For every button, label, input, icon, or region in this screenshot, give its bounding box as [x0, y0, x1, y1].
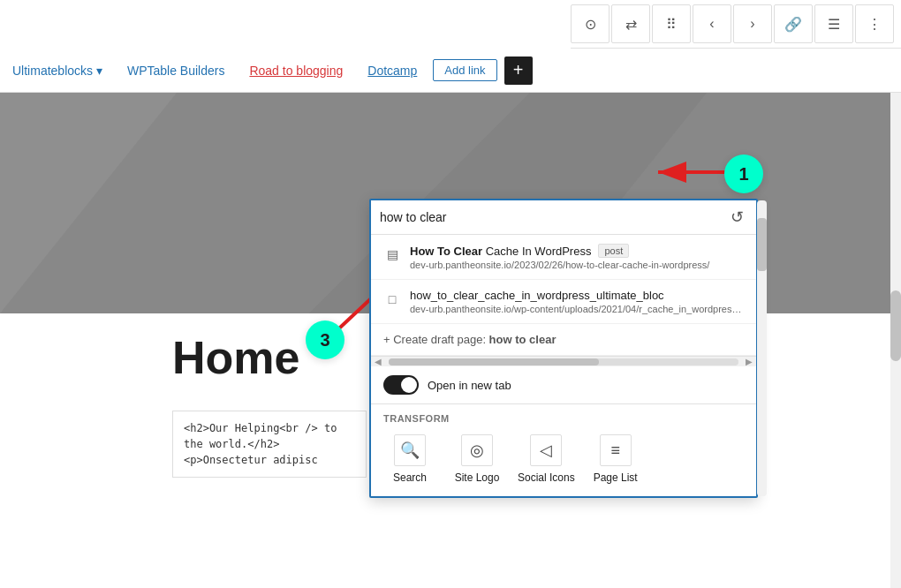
result-content: how_to_clear_cache_in_wordpress_ultimate…	[410, 289, 744, 314]
popup-scrollbar-thumb[interactable]	[757, 218, 767, 271]
site-logo-icon: ◎	[461, 434, 493, 466]
result-url: dev-urb.pantheonsite.io/2023/02/26/how-t…	[410, 260, 744, 270]
transform-title: TRANSFORM	[383, 413, 744, 424]
create-draft-item[interactable]: + Create draft page: how to clear	[371, 324, 756, 356]
doc-icon: ▤	[383, 245, 401, 263]
transform-pagelist-label: Page List	[594, 471, 638, 484]
h-scroll-track	[389, 358, 738, 366]
nav-wptable[interactable]: WPTable Builders	[115, 49, 238, 92]
open-new-tab-row: Open in new tab	[371, 366, 756, 404]
transform-section: TRANSFORM 🔍 Search ◎ Site Logo ◁ Social …	[371, 404, 756, 496]
transform-logo-label: Site Logo	[455, 471, 500, 484]
search-result-item[interactable]: ▤ How To Clear Cache In WordPress post d…	[371, 235, 756, 280]
nav-blogging[interactable]: Road to blogging	[237, 49, 355, 92]
compass-btn[interactable]: ⊙	[571, 4, 610, 43]
more-btn[interactable]: ⋮	[855, 4, 894, 43]
transform-social-label: Social Icons	[518, 471, 575, 484]
nav-ultimateblocks[interactable]: Ultimateblocks ▾	[0, 49, 115, 92]
drag-btn[interactable]: ⠿	[652, 4, 691, 43]
transform-items: 🔍 Search ◎ Site Logo ◁ Social Icons ≡ Pa…	[383, 434, 744, 484]
result-badge: post	[598, 244, 629, 258]
transform-social[interactable]: ◁ Social Icons	[518, 434, 575, 484]
next-btn[interactable]: ›	[733, 4, 772, 43]
result-content: How To Clear Cache In WordPress post dev…	[410, 244, 744, 270]
transform-logo[interactable]: ◎ Site Logo	[450, 434, 504, 484]
prev-btn[interactable]: ‹	[693, 4, 731, 43]
h-scroll-right[interactable]: ▶	[742, 357, 756, 366]
toggle-knob	[401, 377, 417, 393]
link-reset-button[interactable]: ↺	[727, 207, 747, 227]
nav-dotcamp[interactable]: Dotcamp	[355, 49, 429, 92]
scrollbar-thumb[interactable]	[890, 290, 901, 361]
page-list-icon: ≡	[600, 434, 632, 466]
nav-bar: Ultimateblocks ▾ WPTable Builders Road t…	[0, 49, 901, 93]
transform-search-label: Search	[393, 471, 427, 484]
home-heading: Home	[172, 331, 299, 384]
popup-scrollbar[interactable]	[757, 200, 767, 496]
search-result-item[interactable]: □ how_to_clear_cache_in_wordpress_ultima…	[371, 280, 756, 324]
right-scrollbar[interactable]	[890, 93, 901, 588]
social-icons-icon: ◁	[530, 434, 562, 466]
transform-pagelist[interactable]: ≡ Page List	[589, 434, 642, 484]
step-badge-3: 3	[306, 320, 344, 359]
link-search-input[interactable]	[380, 210, 722, 224]
result-title: how_to_clear_cache_in_wordpress_ultimate…	[410, 289, 744, 302]
result-url: dev-urb.pantheonsite.io/wp-content/uploa…	[410, 304, 744, 314]
transform-search[interactable]: 🔍 Search	[383, 434, 436, 484]
open-new-tab-label: Open in new tab	[428, 379, 511, 392]
folder-icon: □	[383, 290, 401, 308]
search-results: ▤ How To Clear Cache In WordPress post d…	[371, 235, 756, 356]
h-scroll-thumb[interactable]	[389, 358, 599, 366]
add-link-button[interactable]: Add link	[433, 59, 496, 81]
h-scroll-left[interactable]: ◀	[371, 357, 385, 366]
step-badge-1: 1	[724, 155, 763, 193]
top-toolbar: ⊙ ⇄ ⠿ ‹ › 🔗 ☰ ⋮	[571, 0, 901, 49]
add-block-button[interactable]: +	[504, 57, 533, 85]
main-content: Home <h2>Our Helping<br /> to the world.…	[0, 93, 901, 588]
link-input-row: ↺	[371, 200, 756, 235]
result-title: How To Clear Cache In WordPress post	[410, 244, 744, 258]
code-block: <h2>Our Helping<br /> to the world.</h2>…	[172, 411, 367, 478]
h-scrollbar[interactable]: ◀ ▶	[371, 356, 756, 366]
link-btn[interactable]: 🔗	[774, 4, 813, 43]
list-btn[interactable]: ☰	[814, 4, 853, 43]
search-icon: 🔍	[394, 434, 426, 466]
transform-btn[interactable]: ⇄	[611, 4, 650, 43]
link-popup: ↺ ▤ How To Clear Cache In WordPress post…	[369, 199, 758, 498]
open-new-tab-toggle[interactable]	[383, 375, 419, 395]
